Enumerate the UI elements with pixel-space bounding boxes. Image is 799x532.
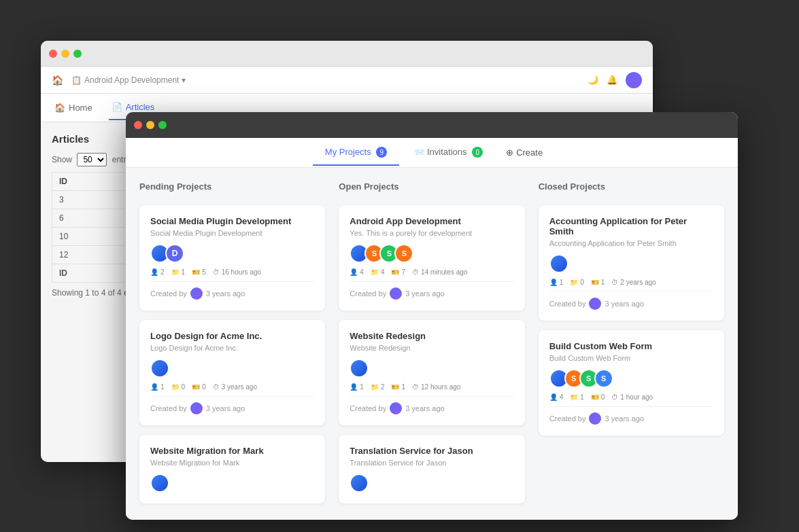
time-icon: ⏱ — [412, 383, 419, 391]
project-card[interactable]: Logo Design for Acme Inc. Logo Design fo… — [139, 320, 325, 425]
moon-icon[interactable]: 🌙 — [588, 75, 598, 85]
members-icon: 👤 — [350, 268, 358, 276]
members-icon: 👤 — [549, 279, 558, 286]
members-icon: 👤 — [350, 383, 358, 391]
created-label: Created by — [150, 289, 187, 298]
tickets-icon: 🎫 — [591, 393, 599, 401]
fg-content: My Projects 9 📨 Invitations 0 ⊕ Create P… — [126, 138, 738, 520]
project-title: Translation Service for Jason — [350, 446, 513, 456]
avatar: S — [594, 369, 613, 388]
creator-avatar — [589, 412, 601, 425]
projects-columns: Pending Projects Social Media Plugin Dev… — [139, 181, 724, 503]
stat-files: 📁 1 — [570, 393, 584, 401]
avatars-row — [150, 474, 314, 493]
created-label: Created by — [150, 404, 187, 412]
project-card[interactable]: Accounting Application for Peter Smith A… — [539, 205, 724, 321]
project-card[interactable]: Android App Development Yes. This is a p… — [339, 205, 524, 311]
tickets-icon: 🎫 — [391, 268, 399, 276]
stats-row: 👤 4 📁 4 🎫 7 ⏱ 14 minutes ago — [350, 268, 513, 276]
project-desc: Social Media Plugin Development — [150, 229, 314, 237]
avatars-row: S S S — [549, 369, 713, 388]
tab-invitations-label: Invitations — [427, 147, 467, 157]
project-title: Accounting Application for Peter Smith — [549, 216, 713, 236]
created-time: 3 years ago — [206, 404, 245, 412]
tab-my-projects[interactable]: My Projects 9 — [313, 140, 400, 166]
creator-avatar — [190, 402, 203, 414]
bg-nav-home[interactable]: 🏠 Home — [52, 96, 95, 120]
breadcrumb-icon: 📋 — [71, 75, 82, 85]
foreground-window: My Projects 9 📨 Invitations 0 ⊕ Create P… — [126, 112, 738, 520]
tab-invitations[interactable]: 📨 Invitations 0 — [402, 140, 495, 166]
tab-create-label: Create — [516, 147, 543, 158]
stat-time: ⏱ 3 years ago — [213, 383, 257, 391]
project-card[interactable]: Website Redesign Website Redesign 👤 1 📁 … — [339, 320, 524, 425]
project-desc: Logo Design for Acme Inc. — [150, 344, 314, 352]
bell-icon[interactable]: 🔔 — [607, 75, 617, 85]
project-card-partial[interactable]: Website Migration for Mark Website Migra… — [139, 435, 325, 503]
files-icon: 📁 — [570, 393, 578, 401]
stat-files: 📁 2 — [371, 383, 385, 391]
stat-files: 📁 0 — [570, 279, 584, 286]
stat-tickets: 🎫 0 — [192, 383, 206, 391]
created-label: Created by — [350, 289, 386, 298]
stat-time: ⏱ 12 hours ago — [412, 383, 460, 391]
stat-members: 👤 1 — [350, 383, 364, 391]
created-time: 3 years ago — [405, 404, 444, 412]
files-icon: 📁 — [371, 268, 379, 276]
bg-maximize-button[interactable] — [73, 50, 82, 58]
tickets-icon: 🎫 — [192, 268, 200, 276]
creator-avatar — [390, 402, 402, 414]
bg-toolbar: 🏠 📋 Android App Development ▾ 🌙 🔔 — [41, 67, 653, 94]
stats-row: 👤 1 📁 0 🎫 0 ⏱ 3 years ago — [150, 383, 314, 391]
tab-my-projects-badge: 9 — [376, 147, 387, 158]
stat-tickets: 🎫 1 — [591, 279, 605, 286]
project-card[interactable]: Build Custom Web Form Build Custom Web F… — [539, 330, 724, 436]
column-closed: Closed Projects Accounting Application f… — [539, 181, 724, 503]
bg-minimize-button[interactable] — [61, 50, 69, 58]
home-icon[interactable]: 🏠 — [52, 75, 63, 86]
project-card-partial[interactable]: Translation Service for Jason Translatio… — [339, 435, 524, 503]
fg-close-button[interactable] — [134, 121, 142, 129]
avatars-row — [150, 359, 314, 378]
avatar: D — [165, 244, 184, 263]
avatars-row — [350, 474, 513, 493]
time-icon: ⏱ — [611, 393, 618, 401]
time-icon: ⏱ — [213, 383, 220, 391]
creator-avatar — [190, 287, 203, 300]
tab-create[interactable]: ⊕ Create — [498, 143, 551, 162]
stat-files: 📁 4 — [371, 268, 385, 276]
created-time: 3 years ago — [405, 289, 444, 298]
stat-time: ⏱ 2 years ago — [611, 279, 656, 286]
members-icon: 👤 — [150, 268, 158, 276]
tab-invitations-icon: 📨 — [414, 147, 424, 157]
tickets-icon: 🎫 — [591, 279, 599, 286]
created-row: Created by 3 years ago — [549, 406, 713, 425]
avatars-row — [350, 359, 513, 378]
tab-my-projects-label: My Projects — [325, 147, 371, 157]
stat-tickets: 🎫 0 — [591, 393, 605, 401]
stats-row: 👤 4 📁 1 🎫 0 ⏱ 1 hour ago — [549, 393, 713, 401]
stat-members: 👤 1 — [549, 279, 564, 286]
fg-maximize-button[interactable] — [158, 121, 167, 129]
project-breadcrumb: 📋 Android App Development ▾ — [71, 75, 186, 85]
stat-tickets: 🎫 7 — [391, 268, 405, 276]
stat-members: 👤 1 — [150, 383, 165, 391]
entries-select[interactable]: 50 — [77, 153, 107, 166]
avatar — [350, 359, 369, 378]
avatars-row: S S S — [350, 244, 513, 263]
project-desc: Website Redesign — [350, 344, 513, 352]
avatar: S — [394, 244, 413, 263]
project-title: Website Redesign — [350, 331, 513, 341]
project-card[interactable]: Social Media Plugin Development Social M… — [139, 205, 325, 311]
project-desc: Yes. This is a purely for development — [350, 229, 513, 237]
column-open-header: Open Projects — [339, 181, 524, 197]
stat-members: 👤 2 — [150, 268, 165, 276]
files-icon: 📁 — [371, 383, 379, 391]
created-row: Created by 3 years ago — [350, 281, 513, 300]
files-icon: 📁 — [570, 279, 578, 286]
created-label: Created by — [549, 414, 586, 423]
user-avatar[interactable] — [626, 72, 642, 88]
fg-minimize-button[interactable] — [146, 121, 154, 129]
bg-close-button[interactable] — [49, 50, 57, 58]
avatar — [150, 474, 169, 493]
